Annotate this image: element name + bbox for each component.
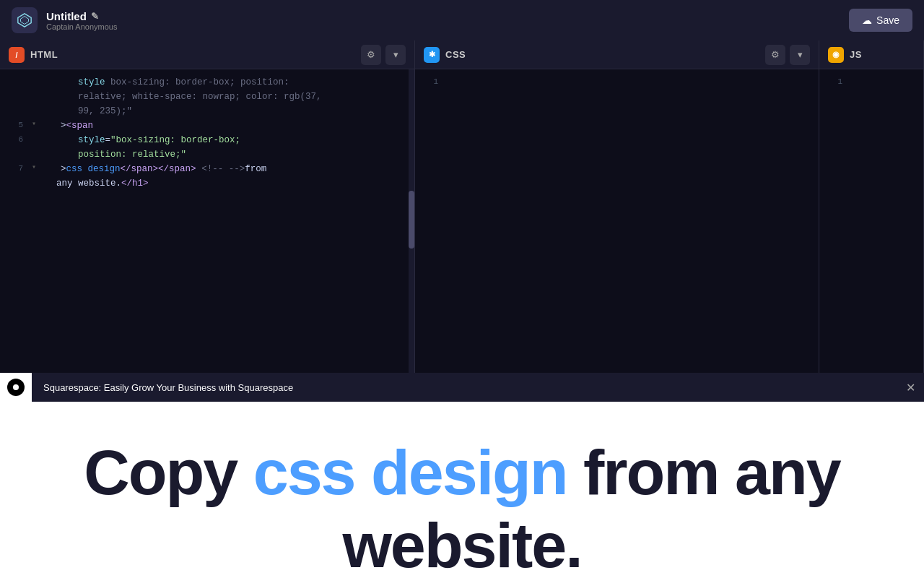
ad-bar: Squarespace: Easily Grow Your Business w… [0,373,924,402]
html-settings-button[interactable]: ⚙ [361,45,381,65]
logo-box [12,7,38,33]
preview-css-design: css design [253,436,567,508]
html-panel-controls: ⚙ ▾ [361,45,406,65]
logo-icon [17,12,32,28]
editors-row: / HTML ⚙ ▾ style box-sizing: border-box;… [0,40,924,373]
code-line: 5 ▾ ><span [0,118,414,133]
css-panel-header-left: ✱ CSS [424,47,466,63]
css-label: CSS [445,49,466,60]
cloud-icon: ☁ [862,14,872,26]
squarespace-icon [0,373,32,402]
code-line: any website.</h1> [0,176,414,191]
svg-marker-1 [21,17,29,25]
js-panel-header: ◉ JS [819,40,923,69]
css-panel-controls: ⚙ ▾ [765,45,810,65]
code-line: 7 ▾ >css design</span></span> <!-- -->fr… [0,162,414,176]
html-expand-button[interactable]: ▾ [385,45,406,65]
js-label: JS [850,49,862,60]
ad-text: Squarespace: Easily Grow Your Business w… [32,382,897,393]
html-label: HTML [30,49,58,60]
scrollbar-thumb[interactable] [409,191,414,249]
subtitle: Captain Anonymous [46,22,117,31]
close-ad-button[interactable]: ✕ [897,381,924,394]
html-panel-header-left: / HTML [9,47,58,63]
code-line: style box-sizing: border-box; position: [0,75,414,90]
scrollbar-track [409,69,414,373]
css-code-area[interactable]: 1 [415,69,819,373]
html-panel: / HTML ⚙ ▾ style box-sizing: border-box;… [0,40,415,373]
js-code-area[interactable]: 1 [819,69,923,373]
code-line: position: relative;" [0,147,414,162]
code-line: 1 [819,75,923,90]
preview-area: Copy css design from any website. [0,402,924,578]
js-panel-header-left: ◉ JS [828,47,862,63]
top-bar-left: Untitled ✎ Captain Anonymous [12,7,117,33]
html-code-area[interactable]: style box-sizing: border-box; position: … [0,69,414,373]
code-line: 1 [415,75,819,90]
css-badge: ✱ [424,47,440,63]
css-expand-button[interactable]: ▾ [790,45,810,65]
code-line: relative; white-space: nowrap; color: rg… [0,90,414,104]
html-panel-header: / HTML ⚙ ▾ [0,40,414,69]
project-title: Untitled ✎ [46,10,117,22]
svg-marker-0 [18,14,31,27]
preview-text: Copy css design from any website. [0,436,924,578]
html-badge: / [9,47,25,63]
css-panel-header: ✱ CSS ⚙ ▾ [415,40,819,69]
title-label: Untitled [46,10,87,22]
title-block: Untitled ✎ Captain Anonymous [46,10,117,31]
save-button[interactable]: ☁ Save [849,9,912,32]
css-settings-button[interactable]: ⚙ [765,45,785,65]
top-bar: Untitled ✎ Captain Anonymous ☁ Save [0,0,924,40]
code-line: 99, 235);" [0,104,414,118]
preview-copy: Copy [84,436,253,508]
edit-icon[interactable]: ✎ [91,11,99,22]
css-panel: ✱ CSS ⚙ ▾ 1 [415,40,819,373]
save-label: Save [876,14,899,26]
js-panel: ◉ JS 1 [819,40,924,373]
code-line: 6 style="box-sizing: border-box; [0,133,414,147]
js-badge: ◉ [828,47,844,63]
